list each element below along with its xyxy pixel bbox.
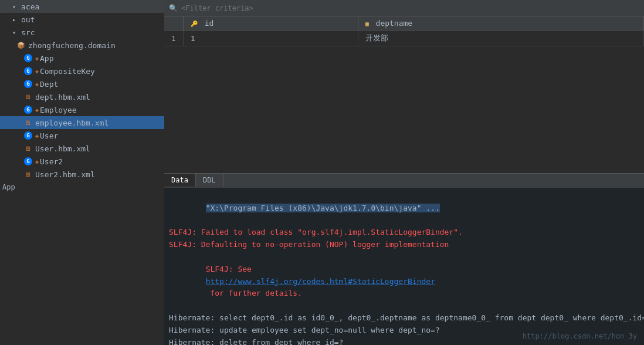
tab-data[interactable]: Data [164, 174, 196, 187]
slf4j-link[interactable]: http://www.slf4j.org/codes.html#StaticLo… [206, 277, 435, 286]
table-header-id[interactable]: 🔑 id [183, 16, 358, 31]
g-icon: G [24, 157, 32, 165]
sidebar-item-label: User2 [40, 157, 63, 166]
content-area: 🔍 🔑 id ▦ de [164, 0, 644, 345]
xml-icon: 🗎 [23, 170, 33, 179]
sidebar-item-label: CompositeKey [40, 67, 95, 76]
g-icon: G [24, 67, 32, 75]
table-row[interactable]: 1 1 开发部 [164, 31, 644, 46]
key-icon: 🔑 [191, 21, 198, 27]
table-container[interactable]: 🔑 id ▦ deptname 1 1 [164, 16, 644, 173]
subtype-icon: ◈ [35, 133, 39, 139]
error-suffix: for further details. [206, 289, 302, 297]
subtype-icon: ◈ [35, 68, 39, 75]
sidebar-item-label: employee.hbm.xml [35, 119, 109, 127]
cell-deptname: 开发部 [358, 31, 643, 46]
error-prefix: SLF4J: See [206, 265, 256, 273]
sidebar-item-label: Employee [40, 106, 77, 114]
console-line-path: "X:\Program Files (x86)\Java\jdk1.7.0\bi… [169, 190, 639, 226]
subtype-icon: ◈ [35, 55, 39, 62]
sidebar-item-acea[interactable]: ▾ acea [0, 0, 164, 13]
main-area: ▾ acea ▸ out ▾ src 📦 zhongfucheng.domain… [0, 0, 644, 345]
package-icon: 📦 [16, 40, 26, 50]
sidebar-item-compositekey[interactable]: G ◈ CompositeKey [0, 65, 164, 77]
console-line-hibernate1: Hibernate: select dept0_.id as id0_0_, d… [169, 312, 639, 324]
tabs-bar: Data DDL [164, 173, 644, 187]
class-icon: G [23, 79, 33, 89]
sidebar-item-label: User.hbm.xml [35, 144, 90, 153]
sidebar-item-label: acea [21, 2, 39, 11]
sidebar-item-employee-xml[interactable]: 🗎 employee.hbm.xml [0, 116, 164, 129]
table-header-rownum [164, 16, 183, 31]
data-table: 🔑 id ▦ deptname 1 1 [164, 16, 644, 46]
app-label: App [2, 183, 15, 191]
console[interactable]: "X:\Program Files (x86)\Java\jdk1.7.0\bi… [164, 187, 644, 345]
g-icon: G [24, 131, 32, 140]
class-icon: G [23, 105, 33, 114]
folder-arrow-icon: ▸ [9, 15, 19, 24]
g-icon: G [24, 106, 32, 114]
tab-ddl[interactable]: DDL [196, 174, 223, 187]
filter-bar: 🔍 [164, 0, 644, 16]
sidebar-item-package[interactable]: 📦 zhongfucheng.domain [0, 39, 164, 52]
sidebar-item-dept-xml[interactable]: 🗎 dept.hbm.xml [0, 90, 164, 103]
sidebar-item-label: dept.hbm.xml [35, 93, 90, 102]
sidebar-item-app[interactable]: G ◈ App [0, 52, 164, 65]
col-icon: ▦ [365, 21, 369, 27]
sidebar-item-label: User2.hbm.xml [35, 170, 95, 179]
sidebar: ▾ acea ▸ out ▾ src 📦 zhongfucheng.domain… [0, 0, 164, 345]
xml-icon: 🗎 [23, 92, 33, 102]
row-num: 1 [164, 31, 183, 46]
console-line-error2: SLF4J: Defaulting to no-operation (NOP) … [169, 239, 639, 251]
db-view: 🔍 🔑 id ▦ de [164, 0, 644, 187]
sidebar-item-user-xml[interactable]: 🗎 User.hbm.xml [0, 142, 164, 155]
sidebar-item-src[interactable]: ▾ src [0, 26, 164, 39]
sidebar-item-label: zhongfucheng.domain [28, 41, 116, 50]
xml-icon: 🗎 [23, 144, 33, 153]
subtype-icon: ◈ [35, 81, 39, 87]
console-line-error3: SLF4J: See http://www.slf4j.org/codes.ht… [169, 251, 639, 312]
sidebar-item-label: User [40, 131, 58, 140]
sidebar-item-label: src [21, 28, 35, 37]
sidebar-item-employee[interactable]: G ◈ Employee [0, 103, 164, 116]
sidebar-item-dept[interactable]: G ◈ Dept [0, 77, 164, 90]
cell-id: 1 [183, 31, 358, 46]
g-icon: G [24, 54, 32, 62]
sidebar-item-label: App [40, 54, 53, 63]
col-id-label: id [205, 19, 214, 28]
g-icon: G [24, 80, 32, 88]
col-deptname-label: deptname [376, 19, 413, 28]
subtype-icon: ◈ [35, 158, 39, 165]
console-watermark: http://blog.csdn.net/hon_3y [523, 332, 637, 340]
sidebar-item-label: Dept [40, 80, 58, 89]
sidebar-item-user2[interactable]: G ◈ User2 [0, 155, 164, 168]
class-icon: G [23, 157, 33, 166]
app-section: App [0, 181, 164, 194]
console-line-error1: SLF4J: Failed to load class "org.slf4j.i… [169, 226, 639, 239]
subtype-icon: ◈ [35, 107, 39, 113]
filter-input[interactable] [181, 4, 639, 12]
xml-icon: 🗎 [23, 118, 33, 127]
class-icon: G [23, 66, 33, 76]
folder-arrow-icon: ▾ [9, 2, 19, 11]
sidebar-item-label: out [21, 15, 35, 24]
sidebar-item-user[interactable]: G ◈ User [0, 129, 164, 142]
class-icon: G [23, 131, 33, 140]
table-header-deptname[interactable]: ▦ deptname [358, 16, 643, 31]
path-text: "X:\Program Files (x86)\Java\jdk1.7.0\bi… [206, 204, 440, 212]
sidebar-item-user2-xml[interactable]: 🗎 User2.hbm.xml [0, 168, 164, 181]
class-icon: G [23, 53, 33, 63]
filter-icon: 🔍 [169, 4, 178, 12]
folder-arrow-icon: ▾ [9, 28, 19, 37]
sidebar-item-out[interactable]: ▸ out [0, 13, 164, 26]
